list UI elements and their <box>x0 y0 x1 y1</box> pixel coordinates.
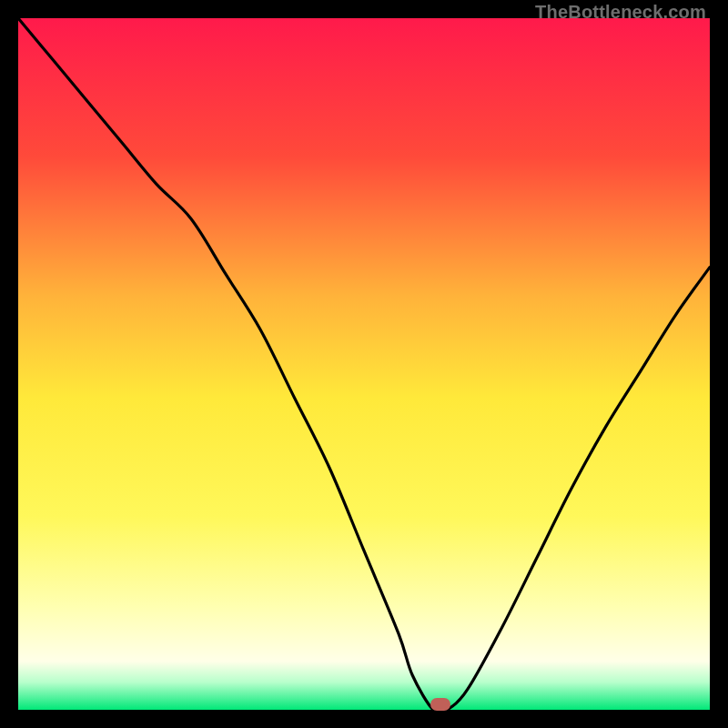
chart-frame <box>18 18 710 710</box>
optimal-marker <box>430 698 450 711</box>
curve-layer <box>18 18 710 710</box>
plot-area <box>18 18 710 710</box>
bottleneck-curve <box>18 18 710 710</box>
watermark-text: TheBottleneck.com <box>535 2 706 23</box>
